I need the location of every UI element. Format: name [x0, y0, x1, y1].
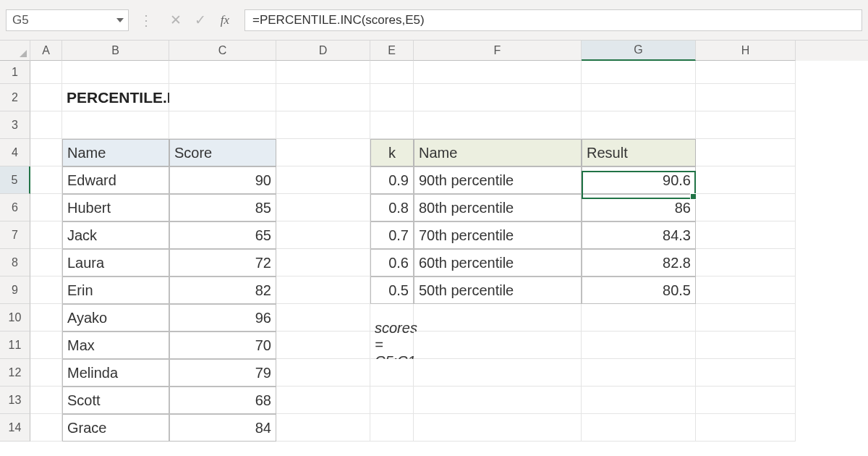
row-header-3[interactable]: 3 — [0, 111, 30, 139]
cell-B10[interactable]: Ayako — [62, 304, 169, 332]
cell-H7[interactable] — [696, 221, 796, 249]
cell-C9[interactable]: 82 — [169, 276, 276, 304]
cell-F6[interactable]: 80th percentile — [414, 194, 582, 221]
row-header-6[interactable]: 6 — [0, 194, 30, 221]
cell-H5[interactable] — [696, 166, 796, 194]
cell-A7[interactable] — [30, 221, 62, 249]
cell-F2[interactable] — [414, 84, 582, 111]
cell-A5[interactable] — [30, 166, 62, 194]
cell-H12[interactable] — [696, 359, 796, 387]
cancel-formula-icon[interactable]: ✕ — [163, 9, 188, 31]
cell-H13[interactable] — [696, 387, 796, 414]
cell-H8[interactable] — [696, 249, 796, 276]
cell-E9[interactable]: 0.5 — [370, 276, 414, 304]
cell-E3[interactable] — [370, 111, 414, 139]
cell-H3[interactable] — [696, 111, 796, 139]
cell-E2[interactable] — [370, 84, 414, 111]
cell-F1[interactable] — [414, 61, 582, 84]
cell-F7[interactable]: 70th percentile — [414, 221, 582, 249]
cell-G8[interactable]: 82.8 — [582, 249, 696, 276]
cell-D6[interactable] — [276, 194, 370, 221]
cell-F14[interactable] — [414, 414, 582, 442]
cell-F8[interactable]: 60th percentile — [414, 249, 582, 276]
cell-B4-header-name[interactable]: Name — [62, 139, 169, 166]
cell-B6[interactable]: Hubert — [62, 194, 169, 221]
cell-G5[interactable]: 90.6 — [582, 166, 696, 194]
cell-G10[interactable] — [582, 304, 696, 332]
col-header-E[interactable]: E — [370, 41, 414, 61]
cell-A13[interactable] — [30, 387, 62, 414]
cell-D2[interactable] — [276, 84, 370, 111]
cell-G14[interactable] — [582, 414, 696, 442]
cell-D8[interactable] — [276, 249, 370, 276]
cell-A3[interactable] — [30, 111, 62, 139]
cell-B11[interactable]: Max — [62, 332, 169, 359]
cell-C7[interactable]: 65 — [169, 221, 276, 249]
cell-B14[interactable]: Grace — [62, 414, 169, 442]
cell-G12[interactable] — [582, 359, 696, 387]
dropdown-icon[interactable] — [116, 18, 124, 22]
cell-H6[interactable] — [696, 194, 796, 221]
cell-G9[interactable]: 80.5 — [582, 276, 696, 304]
cell-F4-header-name[interactable]: Name — [414, 139, 582, 166]
cell-E14[interactable] — [370, 414, 414, 442]
cell-A2[interactable] — [30, 84, 62, 111]
row-header-2[interactable]: 2 — [0, 84, 30, 111]
col-header-F[interactable]: F — [414, 41, 582, 61]
cell-E6[interactable]: 0.8 — [370, 194, 414, 221]
cell-B3[interactable] — [62, 111, 169, 139]
cell-C13[interactable]: 68 — [169, 387, 276, 414]
row-header-14[interactable]: 14 — [0, 414, 30, 442]
cell-D13[interactable] — [276, 387, 370, 414]
row-header-7[interactable]: 7 — [0, 221, 30, 249]
row-header-12[interactable]: 12 — [0, 359, 30, 387]
cell-D7[interactable] — [276, 221, 370, 249]
cell-E5[interactable]: 0.9 — [370, 166, 414, 194]
cell-C12[interactable]: 79 — [169, 359, 276, 387]
cell-B9[interactable]: Erin — [62, 276, 169, 304]
cell-G13[interactable] — [582, 387, 696, 414]
cell-D12[interactable] — [276, 359, 370, 387]
cell-F12[interactable] — [414, 359, 582, 387]
cell-A6[interactable] — [30, 194, 62, 221]
cell-F13[interactable] — [414, 387, 582, 414]
cell-H1[interactable] — [696, 61, 796, 84]
cell-E13[interactable] — [370, 387, 414, 414]
cell-C2[interactable] — [169, 84, 276, 111]
col-header-H[interactable]: H — [696, 41, 796, 61]
cell-D11[interactable] — [276, 332, 370, 359]
cell-D3[interactable] — [276, 111, 370, 139]
col-header-A[interactable]: A — [30, 41, 62, 61]
cell-C10[interactable]: 96 — [169, 304, 276, 332]
cell-B5[interactable]: Edward — [62, 166, 169, 194]
cell-A14[interactable] — [30, 414, 62, 442]
cell-E8[interactable]: 0.6 — [370, 249, 414, 276]
row-header-11[interactable]: 11 — [0, 332, 30, 359]
cell-C14[interactable]: 84 — [169, 414, 276, 442]
row-header-4[interactable]: 4 — [0, 139, 30, 166]
row-header-1[interactable]: 1 — [0, 61, 30, 84]
cell-C1[interactable] — [169, 61, 276, 84]
accept-formula-icon[interactable]: ✓ — [188, 9, 213, 31]
row-header-13[interactable]: 13 — [0, 387, 30, 414]
row-header-10[interactable]: 10 — [0, 304, 30, 332]
cell-A11[interactable] — [30, 332, 62, 359]
cell-E1[interactable] — [370, 61, 414, 84]
cell-A8[interactable] — [30, 249, 62, 276]
cell-D5[interactable] — [276, 166, 370, 194]
cell-A1[interactable] — [30, 61, 62, 84]
cell-G11[interactable] — [582, 332, 696, 359]
cell-G3[interactable] — [582, 111, 696, 139]
cell-E11-note[interactable]: scores = C5:C14 — [370, 332, 414, 359]
cell-C6[interactable]: 85 — [169, 194, 276, 221]
cell-D4[interactable] — [276, 139, 370, 166]
cell-A9[interactable] — [30, 276, 62, 304]
cell-G6[interactable]: 86 — [582, 194, 696, 221]
cell-D10[interactable] — [276, 304, 370, 332]
cell-B12[interactable]: Melinda — [62, 359, 169, 387]
cell-C5[interactable]: 90 — [169, 166, 276, 194]
select-all-triangle[interactable] — [0, 41, 30, 61]
insert-function-icon[interactable]: fx — [213, 9, 237, 31]
row-header-8[interactable]: 8 — [0, 249, 30, 276]
cell-F10[interactable] — [414, 304, 582, 332]
